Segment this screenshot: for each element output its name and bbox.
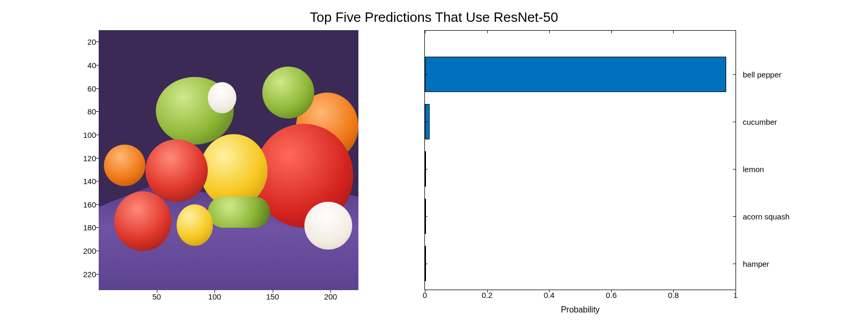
garlic-right bbox=[304, 202, 352, 250]
xtickmark bbox=[273, 290, 273, 293]
yellow-pepper-small bbox=[177, 204, 213, 246]
xtickmark-top bbox=[549, 31, 550, 33]
image-y-ticks: 20 40 60 80 100 120 140 160 180 200 220 bbox=[73, 30, 96, 290]
xtickmark bbox=[673, 290, 674, 292]
ytickmark bbox=[96, 274, 99, 275]
ytickmark bbox=[96, 111, 99, 112]
ytickmark bbox=[425, 122, 428, 122]
xtick-100: 100 bbox=[208, 292, 221, 301]
cat-label-bell-pepper: bell pepper bbox=[743, 70, 781, 79]
ytickmark bbox=[733, 74, 736, 75]
ytickmark bbox=[96, 251, 99, 251]
input-image bbox=[99, 30, 358, 290]
red-pepper-medium bbox=[145, 139, 208, 202]
xtickmark bbox=[549, 290, 550, 292]
red-pepper-small bbox=[114, 191, 171, 251]
xtickmark bbox=[215, 290, 215, 293]
xtickmark-top bbox=[673, 31, 674, 33]
ytick-220: 220 bbox=[73, 269, 96, 278]
cat-label-acorn-squash: acorn squash bbox=[743, 212, 790, 221]
xtick-200: 200 bbox=[324, 292, 337, 301]
cat-label-cucumber: cucumber bbox=[743, 118, 777, 126]
ytick-200: 200 bbox=[73, 246, 96, 255]
xtickmark bbox=[736, 290, 736, 292]
bar-x-ticks: 0 0.2 0.4 0.6 0.8 1 bbox=[425, 291, 736, 302]
ytickmark bbox=[96, 204, 99, 205]
ytick-20: 20 bbox=[73, 37, 96, 46]
ytickmark bbox=[733, 264, 736, 264]
ytick-60: 60 bbox=[73, 84, 96, 93]
input-image-axes: 20 40 60 80 100 120 140 160 180 200 220 … bbox=[99, 30, 358, 290]
figure-title: Top Five Predictions That Use ResNet-50 bbox=[0, 9, 868, 25]
xtickmark bbox=[157, 290, 157, 293]
ytick-160: 160 bbox=[73, 200, 96, 208]
ytick-120: 120 bbox=[73, 153, 96, 162]
ytickmark bbox=[733, 122, 736, 122]
xtickmark-top bbox=[611, 31, 612, 33]
ytickmark bbox=[733, 216, 736, 217]
ytick-80: 80 bbox=[73, 107, 96, 116]
ytickmark bbox=[96, 181, 99, 181]
ytick-180: 180 bbox=[73, 223, 96, 232]
ytickmark bbox=[733, 169, 736, 169]
ytickmark bbox=[425, 264, 428, 264]
cat-label-lemon: lemon bbox=[743, 165, 764, 174]
xtickmark-top bbox=[487, 31, 488, 33]
predictions-bar-chart: bell pepper cucumber lemon acorn squash … bbox=[424, 30, 736, 290]
xtick-150: 150 bbox=[266, 292, 279, 301]
figure: Top Five Predictions That Use ResNet-50 … bbox=[0, 0, 868, 326]
ytickmark bbox=[425, 74, 428, 75]
xtickmark bbox=[487, 290, 488, 292]
ytickmark bbox=[96, 88, 99, 89]
ytick-100: 100 bbox=[73, 130, 96, 139]
xtickmark bbox=[611, 290, 612, 292]
cat-label-hamper: hamper bbox=[743, 259, 769, 268]
xtickmark-top bbox=[736, 31, 736, 33]
ytickmark bbox=[96, 42, 99, 42]
ytickmark bbox=[96, 65, 99, 66]
ytickmark bbox=[425, 216, 428, 217]
xtick-50: 50 bbox=[152, 292, 161, 301]
image-x-ticks: 50 100 150 200 bbox=[99, 292, 358, 305]
ytick-140: 140 bbox=[73, 177, 96, 186]
green-chili bbox=[208, 197, 270, 228]
xtickmark bbox=[425, 290, 425, 292]
ytickmark bbox=[96, 158, 99, 159]
ytickmark bbox=[96, 135, 99, 135]
ytick-40: 40 bbox=[73, 60, 96, 69]
ytickmark bbox=[96, 227, 99, 228]
bar-xlabel: Probability bbox=[561, 305, 600, 315]
yellow-pepper bbox=[200, 134, 268, 207]
green-pepper-2 bbox=[262, 67, 314, 119]
xtickmark bbox=[330, 290, 331, 293]
orange-pepper-small bbox=[104, 145, 145, 186]
xtickmark-top bbox=[425, 31, 425, 33]
bar-bell-pepper bbox=[425, 57, 726, 92]
ytickmark bbox=[425, 169, 428, 169]
garlic-top bbox=[208, 82, 236, 113]
